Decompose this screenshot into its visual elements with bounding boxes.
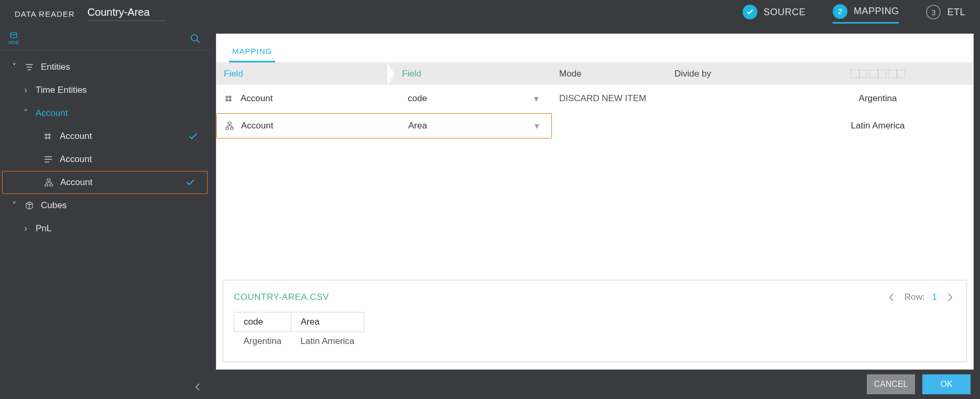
target-field-cell[interactable]: code ▾ — [395, 85, 552, 112]
chevron-right-icon: › — [22, 223, 29, 234]
footer: CANCEL OK — [210, 370, 980, 399]
source-field-cell[interactable]: Account — [216, 85, 395, 112]
svg-rect-14 — [231, 127, 233, 130]
chevron-down-icon: ▾ — [534, 93, 539, 104]
database-icon[interactable]: MDB — [8, 32, 19, 45]
check-icon — [188, 131, 199, 142]
svg-rect-13 — [226, 127, 228, 130]
tree-time-entities[interactable]: › Time Entities — [0, 79, 210, 102]
grid-header: Field Field Mode Divide by — [216, 63, 973, 85]
tree-label: Account — [60, 154, 92, 165]
cube-icon — [24, 201, 35, 210]
alignment-icon — [790, 70, 966, 78]
chevron-right-icon: › — [22, 85, 29, 95]
list-icon — [24, 63, 35, 71]
row-number: 1 — [932, 292, 937, 303]
svg-point-0 — [10, 33, 17, 35]
sample-value: Latin America — [782, 112, 973, 139]
row-label: Row: — [905, 292, 925, 303]
ok-button[interactable]: OK — [922, 374, 971, 394]
mapping-grid: Field Field Mode Divide by — [216, 63, 973, 272]
preview-col: code — [234, 312, 291, 332]
document-name[interactable]: Country-Area — [88, 6, 166, 21]
chevron-down-icon: ▾ — [535, 121, 539, 132]
step-label: ETL — [947, 7, 965, 18]
sidebar-tree: ˅ Entities › Time Entities ˅ Account Acc… — [0, 50, 210, 245]
tab-mapping[interactable]: MAPPING — [229, 41, 275, 62]
hash-icon — [224, 94, 234, 103]
step-number-icon: 2 — [833, 4, 847, 19]
mapping-row: Account Area ▾ Latin America — [216, 112, 973, 139]
hierarchy-icon — [224, 122, 235, 130]
tree-label: Account — [60, 131, 92, 142]
target-field-select[interactable]: Area ▾ — [402, 115, 545, 136]
preview-row: Argentina Latin America — [234, 332, 364, 351]
hash-icon — [43, 132, 53, 141]
top-bar: DATA READER Country-Area SOURCE 2 MAPPIN… — [0, 0, 980, 27]
preview-panel: COUNTRY-AREA.CSV Row: 1 — [223, 280, 967, 362]
app-title: DATA READER — [15, 9, 75, 18]
tree-label: Time Entities — [36, 85, 87, 95]
svg-rect-11 — [50, 184, 52, 186]
step-label: MAPPING — [854, 6, 899, 17]
sample-value: Argentina — [782, 85, 973, 112]
step-source[interactable]: SOURCE — [743, 5, 805, 23]
tree-pnl[interactable]: › PnL — [0, 217, 210, 240]
col-divide: Divide by — [667, 69, 782, 79]
col-mode: Mode — [552, 69, 667, 79]
target-field-select[interactable]: code ▾ — [402, 88, 545, 109]
tree-cubes[interactable]: ˅ Cubes — [0, 194, 210, 217]
step-label: SOURCE — [764, 7, 805, 18]
source-field-label: Account — [241, 93, 273, 104]
tree-label: PnL — [36, 223, 51, 234]
preview-col: Area — [291, 312, 364, 332]
tree-account-code[interactable]: Account — [0, 125, 210, 148]
preview-table: code Area Argentina Latin America — [234, 312, 364, 351]
mode-cell[interactable]: DISCARD NEW ITEM — [552, 85, 667, 112]
divide-cell[interactable] — [667, 112, 782, 139]
col-target-field: Field — [395, 69, 429, 79]
svg-rect-12 — [228, 122, 231, 124]
svg-line-2 — [197, 40, 200, 43]
chevron-down-icon: ˅ — [10, 62, 18, 73]
prev-row-icon[interactable] — [886, 290, 897, 305]
preview-cell: Latin America — [291, 332, 364, 351]
collapse-sidebar-icon[interactable] — [193, 382, 202, 392]
mdb-label: MDB — [8, 40, 19, 45]
search-icon[interactable] — [190, 33, 201, 45]
target-field-value: code — [408, 93, 427, 104]
next-row-icon[interactable] — [944, 290, 956, 305]
col-source-field: Field — [216, 69, 395, 79]
tree-label: Account — [60, 177, 92, 188]
step-etl[interactable]: 3 ETL — [926, 5, 965, 23]
content-tabs: MAPPING — [216, 34, 973, 63]
text-lines-icon — [43, 156, 53, 163]
tree-label: Account — [36, 108, 68, 118]
tree-account[interactable]: ˅ Account — [0, 102, 210, 125]
chevron-down-icon: ˅ — [10, 200, 18, 211]
step-mapping[interactable]: 2 MAPPING — [833, 4, 899, 24]
tree-account-desc[interactable]: Account — [0, 148, 210, 171]
svg-rect-10 — [45, 184, 48, 186]
mode-cell[interactable] — [552, 112, 667, 139]
svg-point-1 — [191, 35, 198, 41]
target-field-cell[interactable]: Area ▾ — [395, 114, 552, 138]
chevron-down-icon: ˅ — [22, 108, 29, 119]
tree-entities[interactable]: ˅ Entities — [0, 56, 210, 79]
check-icon — [185, 177, 197, 188]
tree-label: Entities — [41, 62, 70, 72]
divide-cell[interactable] — [667, 85, 782, 112]
source-field-cell[interactable]: Account — [217, 114, 395, 138]
tree-account-hier[interactable]: Account — [2, 171, 208, 194]
tree-label: Cubes — [41, 200, 67, 211]
source-field-label: Account — [241, 121, 273, 131]
content-area: MAPPING Field Field Mode Divide by — [210, 27, 980, 399]
col-spark — [782, 70, 973, 78]
check-icon — [743, 5, 757, 19]
svg-rect-9 — [47, 179, 50, 181]
hierarchy-icon — [43, 178, 54, 187]
step-number-icon: 3 — [926, 5, 941, 19]
sidebar: MDB ˅ Entities › Time Entities ˅ Account — [0, 27, 210, 399]
cancel-button[interactable]: CANCEL — [867, 374, 915, 394]
preview-cell: Argentina — [234, 332, 291, 351]
